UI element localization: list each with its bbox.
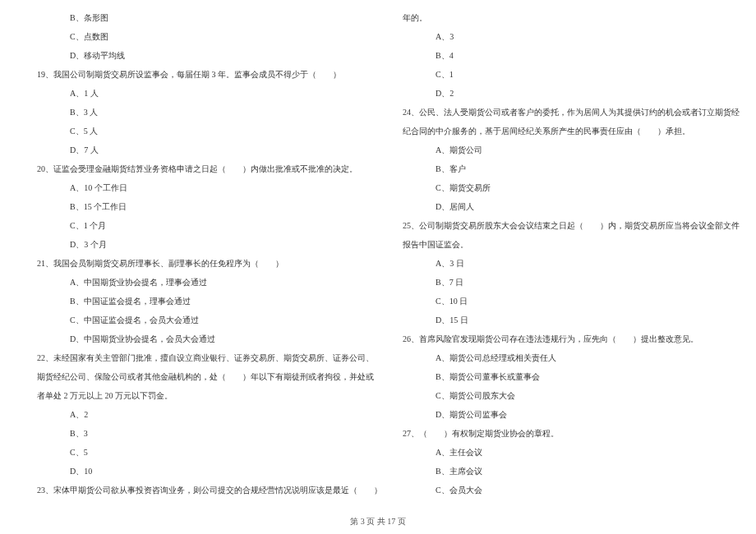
q18-option-b: B、条形图 — [37, 8, 382, 27]
q25-option-c: C、10 日 — [403, 292, 740, 311]
q20-option-d: D、3 个月 — [37, 235, 382, 254]
two-column-layout: B、条形图 C、点数图 D、移动平均线 19、我国公司制期货交易所设监事会，每届… — [37, 8, 719, 505]
q26-option-c: C、期货公司股东大会 — [403, 386, 740, 405]
q26-option-a: A、期货公司总经理或相关责任人 — [403, 348, 740, 367]
q24-option-d: D、居间人 — [403, 197, 740, 216]
q24-option-b: B、客户 — [403, 159, 740, 178]
q23-tail: 年的。 — [403, 8, 740, 27]
q24-option-a: A、期货公司 — [403, 140, 740, 159]
right-column: 年的。 A、3 B、4 C、1 D、2 24、公民、法人受期货公司或者客户的委托… — [403, 8, 740, 505]
q27-option-a: A、主任会议 — [403, 443, 740, 462]
q23-option-d: D、2 — [403, 84, 740, 103]
q25-option-d: D、15 日 — [403, 311, 740, 329]
q20-option-c: C、1 个月 — [37, 216, 382, 235]
q22-text-line2: 期货经纪公司、保险公司或者其他金融机构的，处（ ）年以下有期徒刑或者拘役，并处或 — [37, 367, 382, 386]
q22-option-c: C、5 — [37, 443, 382, 462]
q21-option-d: D、中国期货业协会提名，会员大会通过 — [37, 329, 382, 348]
q22-option-b: B、3 — [37, 424, 382, 443]
q18-option-d: D、移动平均线 — [37, 46, 382, 65]
q27-option-c: C、会员大会 — [403, 481, 740, 499]
q27-option-b: B、主席会议 — [403, 462, 740, 481]
q19-option-a: A、1 人 — [37, 84, 382, 103]
q23-text: 23、宋体甲期货公司欲从事投资咨询业务，则公司提交的合规经营情况说明应该是最近（… — [37, 481, 382, 499]
q19-text: 19、我国公司制期货交易所设监事会，每届任期 3 年。监事会成员不得少于（ ） — [37, 65, 382, 84]
q25-option-b: B、7 日 — [403, 273, 740, 292]
q19-option-d: D、7 人 — [37, 140, 382, 159]
q21-option-b: B、中国证监会提名，理事会通过 — [37, 292, 382, 311]
q18-option-c: C、点数图 — [37, 27, 382, 46]
q26-option-b: B、期货公司董事长或董事会 — [403, 367, 740, 386]
q24-text-line1: 24、公民、法人受期货公司或者客户的委托，作为居间人为其提供订约的机会或者订立期… — [403, 103, 740, 122]
q21-option-a: A、中国期货业协会提名，理事会通过 — [37, 273, 382, 292]
q27-text: 27、（ ）有权制定期货业协会的章程。 — [403, 424, 740, 443]
q22-option-d: D、10 — [37, 462, 382, 481]
q23-option-a: A、3 — [403, 27, 740, 46]
q20-text: 20、证监会受理金融期货结算业务资格申请之日起（ ）内做出批准或不批准的决定。 — [37, 159, 382, 178]
q19-option-b: B、3 人 — [37, 103, 382, 122]
q26-text: 26、首席风险官发现期货公司存在违法违规行为，应先向（ ）提出整改意见。 — [403, 329, 740, 348]
q21-text: 21、我国会员制期货交易所理事长、副理事长的任免程序为（ ） — [37, 254, 382, 273]
q23-option-c: C、1 — [403, 65, 740, 84]
q25-text-line2: 报告中国证监会。 — [403, 235, 740, 254]
q19-option-c: C、5 人 — [37, 122, 382, 140]
page-footer: 第 3 页 共 17 页 — [0, 516, 756, 527]
q24-option-c: C、期货交易所 — [403, 178, 740, 197]
q24-text-line2: 纪合同的中介服务的，基于居间经纪关系所产生的民事责任应由（ ）承担。 — [403, 122, 740, 140]
q22-option-a: A、2 — [37, 405, 382, 424]
q23-option-b: B、4 — [403, 46, 740, 65]
q20-option-b: B、15 个工作日 — [37, 197, 382, 216]
q22-text-line1: 22、未经国家有关主管部门批准，擅自设立商业银行、证券交易所、期货交易所、证券公… — [37, 348, 382, 367]
q20-option-a: A、10 个工作日 — [37, 178, 382, 197]
q26-option-d: D、期货公司监事会 — [403, 405, 740, 424]
q21-option-c: C、中国证监会提名，会员大会通过 — [37, 311, 382, 329]
q25-text-line1: 25、公司制期货交易所股东大会会议结束之日起（ ）内，期货交易所应当将会议全部文… — [403, 216, 740, 235]
q25-option-a: A、3 日 — [403, 254, 740, 273]
left-column: B、条形图 C、点数图 D、移动平均线 19、我国公司制期货交易所设监事会，每届… — [37, 8, 382, 505]
q22-text-line3: 者单处 2 万元以上 20 万元以下罚金。 — [37, 386, 382, 405]
